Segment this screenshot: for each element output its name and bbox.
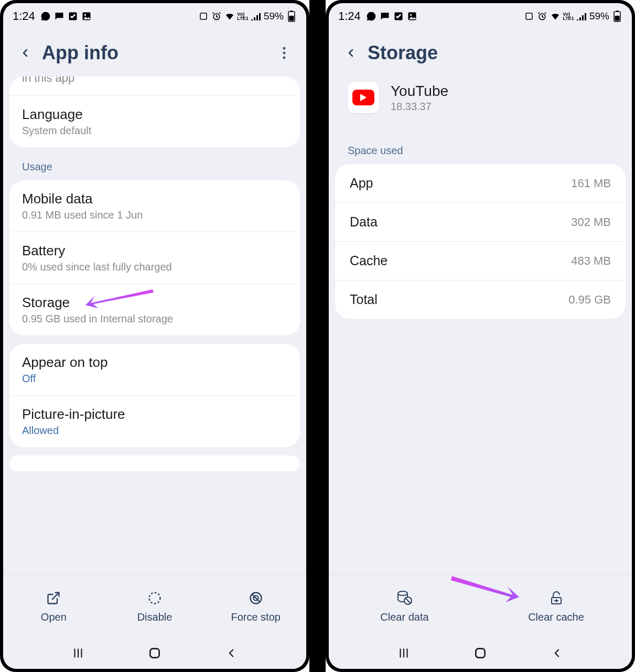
screen-right: 1:24 Vo)LTE1 59% xyxy=(329,3,632,669)
item-sub: Off xyxy=(22,373,287,385)
section-space: Space used xyxy=(335,139,626,164)
nav-back[interactable] xyxy=(224,646,238,660)
nfc-icon xyxy=(524,11,534,21)
content-right: YouTube 18.33.37 Space used App 161 MB D… xyxy=(329,77,632,575)
space-list: App 161 MB Data 302 MB Cache 483 MB Tota… xyxy=(335,164,626,319)
item-title: Storage xyxy=(22,295,287,311)
status-bar: 1:24 Vo)LTE1 59% xyxy=(3,3,306,29)
card-cut xyxy=(9,456,300,471)
btn-label: Clear cache xyxy=(528,611,584,623)
more-button[interactable] xyxy=(273,41,296,64)
row-data: Data 302 MB xyxy=(335,202,626,241)
status-time: 1:24 xyxy=(338,9,361,23)
row-cache: Cache 483 MB xyxy=(335,241,626,280)
nfc-icon xyxy=(198,11,209,21)
btn-label: Disable xyxy=(137,611,173,623)
alarm-icon xyxy=(211,11,222,21)
item-sub: Allowed xyxy=(22,425,287,437)
back-button[interactable] xyxy=(14,41,37,64)
nav-home[interactable] xyxy=(148,646,162,660)
nav-bar xyxy=(329,637,632,669)
svg-rect-26 xyxy=(615,16,620,21)
clear-cache-icon xyxy=(548,589,564,607)
btn-label: Force stop xyxy=(231,611,280,623)
clear-data-icon xyxy=(396,589,413,607)
item-language[interactable]: Language System default xyxy=(9,95,300,147)
signal-icon xyxy=(251,11,261,21)
card-advanced: Appear on top Off Picture-in-picture All… xyxy=(9,344,300,447)
app-info-row: YouTube 18.33.37 xyxy=(335,77,626,113)
app-version: 18.33.37 xyxy=(391,101,448,113)
header-right: Storage xyxy=(329,29,632,77)
item-sub: System default xyxy=(22,125,287,137)
pointer-arrow-icon xyxy=(85,288,154,309)
chat-icon xyxy=(380,11,390,21)
nav-recents[interactable] xyxy=(71,646,85,660)
content-left: in this app Language System default Usag… xyxy=(3,77,306,575)
item-title: Picture-in-picture xyxy=(22,406,287,422)
row-val: 302 MB xyxy=(571,215,611,229)
phone-left: 1:24 Vo)LTE1 59% xyxy=(0,0,309,672)
item-sub: 0.95 GB used in Internal storage xyxy=(22,313,287,325)
gallery-icon xyxy=(81,11,92,21)
svg-point-10 xyxy=(283,57,286,59)
wifi-icon xyxy=(224,11,235,21)
svg-point-27 xyxy=(398,591,407,595)
force-stop-button[interactable]: Force stop xyxy=(205,575,306,637)
btn-label: Clear data xyxy=(380,611,428,623)
back-button[interactable] xyxy=(339,41,362,64)
item-title: Battery xyxy=(22,243,287,259)
status-time: 1:24 xyxy=(13,9,35,23)
nav-home[interactable] xyxy=(473,646,487,660)
svg-point-9 xyxy=(283,52,286,55)
nav-back[interactable] xyxy=(550,646,564,660)
row-total: Total 0.95 GB xyxy=(335,280,626,319)
row-label: Data xyxy=(350,214,378,230)
row-app: App 161 MB xyxy=(335,164,626,202)
svg-rect-34 xyxy=(476,648,485,657)
phone-right: 1:24 Vo)LTE1 59% xyxy=(326,0,635,672)
item-title: Appear on top xyxy=(22,354,287,371)
page-title: App info xyxy=(42,42,119,64)
item-sub: 0% used since last fully charged xyxy=(22,261,287,273)
item-battery[interactable]: Battery 0% used since last fully charged xyxy=(9,232,300,284)
row-label: Cache xyxy=(350,253,388,268)
check-icon xyxy=(393,11,404,21)
chat-icon xyxy=(54,11,64,21)
svg-point-8 xyxy=(283,47,286,50)
wifi-icon xyxy=(550,11,561,21)
open-button[interactable]: Open xyxy=(3,575,104,637)
nav-recents[interactable] xyxy=(397,646,411,660)
battery-percent: 59% xyxy=(589,10,609,22)
card-top: in this app Language System default xyxy=(9,77,300,147)
section-usage: Usage xyxy=(9,156,300,180)
svg-rect-18 xyxy=(150,648,159,657)
app-name: YouTube xyxy=(391,83,448,100)
item-sub: 0.91 MB used since 1 Jun xyxy=(22,209,287,221)
item-pip[interactable]: Picture-in-picture Allowed xyxy=(9,395,300,447)
item-title: Mobile data xyxy=(22,191,287,207)
bottom-bar-left: Open Disable Force stop xyxy=(3,575,306,637)
battery-icon xyxy=(612,11,622,21)
btn-label: Open xyxy=(41,611,67,623)
svg-rect-25 xyxy=(616,10,618,12)
volte-icon: Vo)LTE1 xyxy=(238,11,248,21)
item-storage[interactable]: Storage 0.95 GB used in Internal storage xyxy=(9,284,300,335)
status-bar: 1:24 Vo)LTE1 59% xyxy=(329,3,632,29)
screen-left: 1:24 Vo)LTE1 59% xyxy=(3,3,306,669)
svg-point-2 xyxy=(84,14,86,16)
item-appear-on-top[interactable]: Appear on top Off xyxy=(9,344,300,395)
item-mobile-data[interactable]: Mobile data 0.91 MB used since 1 Jun xyxy=(9,180,300,232)
card-usage: Mobile data 0.91 MB used since 1 Jun Bat… xyxy=(9,180,300,335)
signal-icon xyxy=(576,11,587,21)
nav-bar xyxy=(3,637,306,669)
check-icon xyxy=(68,11,78,21)
svg-rect-7 xyxy=(289,16,294,21)
svg-point-11 xyxy=(149,593,160,604)
svg-rect-6 xyxy=(290,10,293,12)
svg-rect-3 xyxy=(200,13,207,19)
disable-button[interactable]: Disable xyxy=(104,575,206,637)
alarm-icon xyxy=(537,11,547,21)
row-label: App xyxy=(350,176,373,191)
pointer-arrow-icon xyxy=(451,575,519,604)
